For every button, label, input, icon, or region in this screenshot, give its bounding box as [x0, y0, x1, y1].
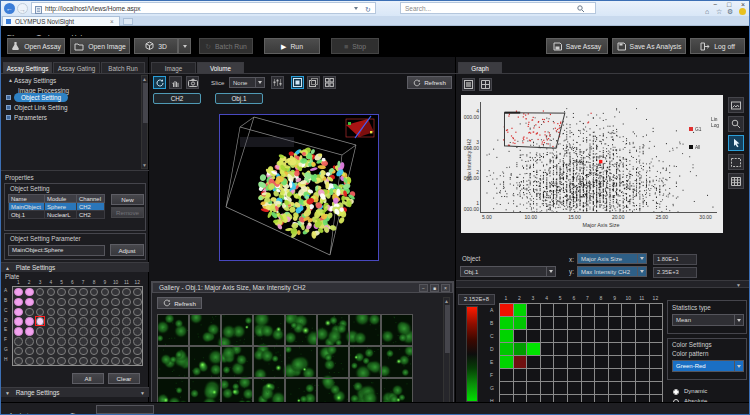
refresh-page-icon[interactable]: ↻: [365, 4, 371, 15]
plate-well-B12[interactable]: [133, 298, 142, 307]
log-off-button[interactable]: Log off: [690, 38, 745, 54]
parameter-value-field[interactable]: MainObject:Sphere: [8, 245, 105, 256]
plate-well-C5[interactable]: [57, 308, 66, 317]
plate-well-A11[interactable]: [122, 288, 131, 297]
view-mode-3d-button[interactable]: 3D: [134, 38, 178, 54]
plate-well-G11[interactable]: [122, 347, 131, 356]
plate-well-C6[interactable]: [68, 308, 77, 317]
plate-well-H2[interactable]: [25, 357, 34, 366]
plate-well-B9[interactable]: [101, 298, 110, 307]
plate-well-F11[interactable]: [122, 337, 131, 346]
plate-well-B11[interactable]: [122, 298, 131, 307]
heatmap-cell-D1[interactable]: [500, 343, 513, 355]
plate-well-D6[interactable]: [68, 317, 77, 326]
plate-well-G4[interactable]: [47, 347, 56, 356]
gallery-title-bar[interactable]: Gallery - Obj.1: Major Axis Size, Max In…: [152, 282, 453, 293]
plate-well-C10[interactable]: [111, 308, 120, 317]
save-as-analysis-button[interactable]: Save As Analysis: [612, 38, 686, 54]
plate-well-H3[interactable]: [36, 357, 45, 366]
plate-well-D8[interactable]: [90, 317, 99, 326]
plate-well-C1[interactable]: [14, 308, 23, 317]
plate-well-H12[interactable]: [133, 357, 142, 366]
y-axis-dropdown[interactable]: Max Intensity CH2: [577, 266, 647, 277]
scatter-points-canvas[interactable]: [480, 102, 717, 213]
plate-well-F12[interactable]: [133, 337, 142, 346]
channel-ch2-button[interactable]: CH2: [153, 93, 201, 104]
heatmap-cell-D2[interactable]: [514, 343, 527, 355]
plate-clear-button[interactable]: Clear: [108, 373, 140, 384]
plate-well-F5[interactable]: [57, 337, 66, 346]
plate-well-F10[interactable]: [111, 337, 120, 346]
plate-well-E3[interactable]: [36, 327, 45, 336]
plate-well-C9[interactable]: [101, 308, 110, 317]
plate-well-A8[interactable]: [90, 288, 99, 297]
plate-well-B4[interactable]: [47, 298, 56, 307]
home-icon[interactable]: ⌂: [705, 7, 709, 16]
heatmap-cell-A2[interactable]: [514, 304, 527, 316]
volume-refresh-button[interactable]: Refresh: [407, 76, 452, 89]
export-image-button[interactable]: [728, 97, 744, 113]
plate-well-D1[interactable]: [14, 317, 23, 326]
plate-well-H9[interactable]: [101, 357, 110, 366]
plate-well-A12[interactable]: [133, 288, 142, 297]
plate-well-H5[interactable]: [57, 357, 66, 366]
plate-well-H1[interactable]: [14, 357, 23, 366]
plate-well-E4[interactable]: [47, 327, 56, 336]
gallery-minimize-icon[interactable]: −: [419, 284, 428, 292]
heatmap-cell-E1[interactable]: [500, 356, 513, 368]
url-dropdown-caret[interactable]: [354, 7, 358, 10]
panel-scroll-down-icon[interactable]: ▼: [140, 390, 145, 396]
grid-plot-layout-button[interactable]: [479, 78, 492, 91]
tree-item-object-setting[interactable]: Object Setting: [14, 93, 68, 102]
data-table-button[interactable]: [728, 173, 744, 189]
plate-well-A1[interactable]: [14, 288, 23, 297]
tree-scrollbar-thumb[interactable]: [143, 83, 148, 123]
scatter-chart[interactable]: Max Intensity CH2 1 000.002 000.003 000.…: [461, 95, 723, 233]
slice-settings-button[interactable]: [271, 76, 284, 89]
plate-well-H8[interactable]: [90, 357, 99, 366]
statistics-type-dropdown[interactable]: Mean: [672, 314, 744, 326]
plate-well-D7[interactable]: [79, 317, 88, 326]
plate-well-A2[interactable]: [25, 288, 34, 297]
tab-volume[interactable]: Volume: [197, 62, 244, 73]
gallery-close-icon[interactable]: ×: [441, 284, 450, 292]
save-assay-button[interactable]: Save Assay: [546, 38, 608, 54]
collapse-triangle-icon[interactable]: ▲: [8, 77, 13, 83]
tab-batch-run[interactable]: Batch Run: [101, 62, 145, 73]
plate-well-E5[interactable]: [57, 327, 66, 336]
zoom-tool-button[interactable]: [728, 116, 744, 132]
plate-well-B6[interactable]: [68, 298, 77, 307]
plate-well-A3[interactable]: [36, 288, 45, 297]
object-dropdown[interactable]: Obj.1: [460, 266, 556, 277]
new-button[interactable]: New: [111, 194, 144, 205]
tab-assay-settings[interactable]: Assay Settings: [3, 62, 52, 73]
plate-well-H10[interactable]: [111, 357, 120, 366]
heatmap-cell-B2[interactable]: [514, 317, 527, 329]
heatmap-cell-B1[interactable]: [500, 317, 513, 329]
plate-well-G6[interactable]: [68, 347, 77, 356]
tab-assay-gating[interactable]: Assay Gating: [53, 62, 100, 73]
plate-well-E1[interactable]: [14, 327, 23, 336]
plate-well-D11[interactable]: [122, 317, 131, 326]
scale-log-label[interactable]: Log: [711, 123, 719, 129]
browser-search-box[interactable]: Search...: [400, 2, 596, 14]
search-icon[interactable]: [577, 5, 585, 13]
collapse-chevron-icon[interactable]: ▼: [736, 282, 741, 288]
tree-header[interactable]: Assay Settings: [14, 76, 56, 85]
plate-well-G1[interactable]: [14, 347, 23, 356]
view-mode-volume-button[interactable]: [291, 76, 304, 89]
plate-well-C11[interactable]: [122, 308, 131, 317]
plate-well-G9[interactable]: [101, 347, 110, 356]
plate-well-E9[interactable]: [101, 327, 110, 336]
plate-well-E11[interactable]: [122, 327, 131, 336]
browser-tab[interactable]: OLYMPUS NoviSight ×: [2, 16, 120, 26]
dynamic-radio-label[interactable]: Dynamic: [684, 388, 707, 394]
plate-well-G10[interactable]: [111, 347, 120, 356]
plate-well-A9[interactable]: [101, 288, 110, 297]
slice-dropdown[interactable]: None: [229, 77, 265, 88]
plate-well-A10[interactable]: [111, 288, 120, 297]
tab-image[interactable]: Image: [151, 62, 196, 73]
plate-well-C7[interactable]: [79, 308, 88, 317]
volume-3d-viewport[interactable]: [219, 114, 379, 261]
gallery-vscroll-thumb[interactable]: [445, 305, 450, 353]
